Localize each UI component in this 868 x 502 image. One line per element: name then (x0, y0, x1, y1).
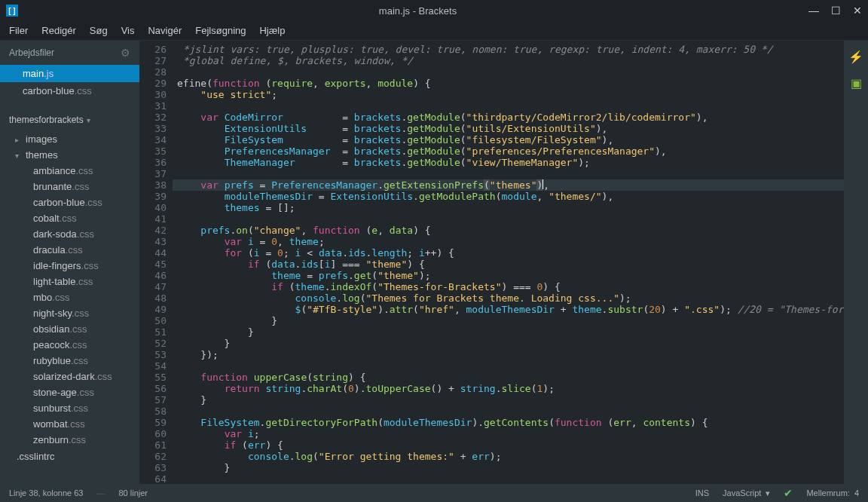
extension-manager-icon[interactable]: ▣ (851, 76, 862, 90)
file-item[interactable]: zenburn.css (0, 432, 139, 448)
file-item[interactable]: stone-age.css (0, 384, 139, 400)
file-item[interactable]: rubyblue.css (0, 353, 139, 369)
file-item[interactable]: cobalt.css (0, 210, 139, 226)
gear-icon[interactable]: ⚙ (121, 47, 130, 59)
file-item[interactable]: sunburst.css (0, 400, 139, 416)
file-item[interactable]: mbo.css (0, 289, 139, 305)
file-item[interactable]: dracula.css (0, 242, 139, 258)
menu-item[interactable]: Navigér (148, 25, 182, 36)
file-item[interactable]: peacock.css (0, 337, 139, 353)
file-item[interactable]: brunante.css (0, 179, 139, 194)
cursor-position[interactable]: Linje 38, kolonne 63 (9, 488, 83, 497)
line-count: 80 linjer (118, 488, 148, 497)
editor[interactable]: 2627282930313233343536373839404142434445… (139, 41, 844, 484)
menu-item[interactable]: Redigér (41, 25, 76, 36)
file-item[interactable]: solarized-dark.css (0, 369, 139, 384)
lint-status-icon[interactable]: ✔ (784, 487, 793, 499)
code-area[interactable]: *jslint vars: true, plusplus: true, deve… (173, 41, 844, 484)
menubar: FilerRedigérSøgVisNavigérFejlsøgningHjæl… (0, 21, 868, 41)
file-item[interactable]: ambiance.css (0, 163, 139, 179)
language-mode[interactable]: JavaScript ▾ (723, 488, 770, 498)
menu-item[interactable]: Søg (90, 25, 108, 36)
gutter: 2627282930313233343536373839404142434445… (139, 41, 173, 484)
window-title: main.js - Brackets (27, 5, 808, 17)
file-item[interactable]: light-table.css (0, 274, 139, 289)
file-item[interactable]: wombat.css (0, 416, 139, 432)
folder-item[interactable]: ▸images (0, 131, 139, 147)
live-preview-icon[interactable]: ⚡ (848, 50, 863, 64)
working-files-header: Arbejdsfiler ⚙ (0, 41, 139, 65)
close-button[interactable]: ✕ (853, 5, 862, 17)
insert-mode[interactable]: INS (695, 488, 709, 497)
menu-item[interactable]: Vis (121, 25, 135, 36)
working-file[interactable]: carbon-blue.css (0, 82, 139, 99)
app-logo: [ ] (6, 5, 18, 17)
indent-setting[interactable]: Mellemrum: 4 (806, 488, 859, 497)
file-item[interactable]: carbon-blue.css (0, 194, 139, 210)
working-file[interactable]: main.js (0, 65, 139, 82)
right-toolbar: ⚡ ▣ (844, 41, 868, 484)
minimize-button[interactable]: — (808, 5, 819, 17)
file-item[interactable]: .csslintrc (0, 448, 139, 465)
folder-item[interactable]: ▾themes (0, 147, 139, 163)
sidebar: Arbejdsfiler ⚙ main.jscarbon-blue.css th… (0, 41, 139, 484)
statusbar: Linje 38, kolonne 63 — 80 linjer INS Jav… (0, 484, 868, 502)
file-item[interactable]: dark-soda.css (0, 226, 139, 242)
titlebar: [ ] main.js - Brackets — ☐ ✕ (0, 0, 868, 21)
menu-item[interactable]: Filer (9, 25, 28, 36)
maximize-button[interactable]: ☐ (831, 5, 841, 17)
file-item[interactable]: idle-fingers.css (0, 258, 139, 274)
file-item[interactable]: night-sky.css (0, 305, 139, 321)
project-header[interactable]: themesforbrackets ▾ (0, 109, 139, 131)
chevron-down-icon: ▾ (766, 488, 770, 498)
menu-item[interactable]: Hjælp (259, 25, 285, 36)
menu-item[interactable]: Fejlsøgning (195, 25, 246, 36)
file-item[interactable]: obsidian.css (0, 321, 139, 337)
chevron-down-icon: ▾ (87, 116, 94, 124)
